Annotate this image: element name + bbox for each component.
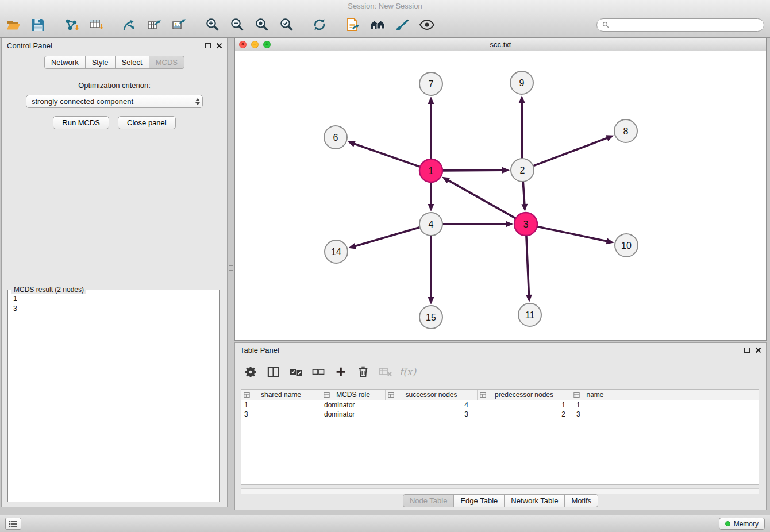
graph-edge-2-3[interactable] [523, 182, 524, 204]
save-session-button[interactable] [28, 15, 48, 34]
style-brush-button[interactable] [392, 15, 413, 34]
open-session-button[interactable] [3, 15, 24, 34]
vertical-splitter-grip[interactable] [229, 265, 233, 271]
graph-node-7[interactable]: 7 [419, 72, 442, 95]
cell-predecessor-nodes[interactable]: 2 [478, 410, 571, 418]
column-options-icon[interactable] [573, 392, 580, 398]
table-horizontal-scrollbar[interactable] [241, 488, 759, 494]
zoom-fit-button[interactable] [251, 15, 272, 34]
graph-node-1[interactable]: 1 [419, 159, 442, 182]
cell-shared-name[interactable]: 1 [241, 401, 321, 409]
close-panel-icon[interactable] [216, 43, 222, 49]
network-graph-canvas[interactable]: 7968124314101511 [235, 51, 766, 340]
select-all-button[interactable] [288, 364, 303, 380]
column-options-icon[interactable] [480, 392, 486, 398]
graph-edge-3-10[interactable] [537, 226, 607, 241]
cell-mcds-role[interactable]: dominator [321, 410, 386, 418]
table-settings-button[interactable] [244, 364, 258, 380]
graph-node-11[interactable]: 11 [518, 303, 541, 326]
graph-node-4[interactable]: 4 [419, 213, 442, 236]
cell-mcds-role[interactable]: dominator [321, 401, 386, 409]
graph-edge-1-2[interactable] [442, 170, 502, 171]
close-panel-button[interactable]: Close panel [118, 116, 176, 129]
table-header-row: shared name MCDS role successor nodes pr… [241, 390, 759, 400]
tab-mcds[interactable]: MCDS [149, 56, 184, 69]
graph-node-15[interactable]: 15 [419, 306, 442, 329]
apply-layout-button[interactable] [309, 15, 330, 34]
import-table-button[interactable] [86, 15, 106, 34]
minimize-window-icon[interactable] [251, 41, 259, 48]
tab-network-table[interactable]: Network Table [504, 494, 565, 507]
graph-edge-2-8[interactable] [533, 138, 607, 166]
zoom-in-button[interactable] [202, 15, 222, 34]
float-panel-icon[interactable] [744, 348, 750, 353]
close-panel-icon[interactable] [755, 347, 761, 353]
column-header-shared-name[interactable]: shared name [241, 390, 321, 400]
mcds-result-value: 1 [13, 294, 214, 304]
graph-node-14[interactable]: 14 [325, 240, 348, 263]
table-row[interactable]: 3 dominator 3 2 3 [241, 410, 759, 419]
close-window-icon[interactable] [239, 41, 247, 48]
graph-edge-arrowhead [502, 167, 510, 174]
tab-edge-table[interactable]: Edge Table [453, 494, 505, 507]
import-network-icon [64, 17, 79, 33]
show-hide-button[interactable] [417, 15, 437, 34]
cell-successor-nodes[interactable]: 4 [386, 401, 478, 409]
tab-network[interactable]: Network [44, 56, 86, 69]
network-window-titlebar[interactable]: scc.txt [235, 38, 766, 51]
tab-motifs[interactable]: Motifs [564, 494, 598, 507]
graph-node-10[interactable]: 10 [615, 234, 638, 257]
graph-edge-arrowhead [521, 204, 528, 211]
search-input[interactable] [613, 21, 759, 29]
graph-node-3[interactable]: 3 [514, 213, 537, 236]
cell-name[interactable]: 1 [571, 401, 619, 409]
float-panel-icon[interactable] [205, 43, 211, 48]
deselect-all-button[interactable] [311, 364, 325, 380]
search-box[interactable] [596, 18, 764, 32]
cell-predecessor-nodes[interactable]: 1 [478, 401, 571, 409]
tab-node-table[interactable]: Node Table [403, 494, 455, 507]
cell-name[interactable]: 3 [571, 410, 619, 418]
graph-node-8[interactable]: 8 [614, 119, 637, 142]
column-options-icon[interactable] [244, 392, 250, 398]
export-table-button[interactable] [144, 15, 164, 34]
function-builder-button[interactable]: f(x) [401, 364, 415, 380]
cell-shared-name[interactable]: 3 [241, 410, 321, 418]
mcds-result-value: 3 [13, 304, 214, 314]
graph-node-6[interactable]: 6 [324, 126, 347, 149]
create-column-button[interactable] [333, 364, 348, 380]
delete-column-button[interactable] [356, 364, 370, 380]
column-options-icon[interactable] [388, 392, 394, 398]
tab-select[interactable]: Select [115, 56, 149, 69]
criterion-dropdown[interactable]: strongly connected component [26, 95, 203, 108]
column-header-name[interactable]: name [571, 390, 619, 400]
graph-edge-3-1[interactable] [448, 180, 515, 218]
hierarchy-home-button[interactable] [367, 15, 388, 34]
run-mcds-button[interactable]: Run MCDS [53, 116, 109, 129]
column-header-successor-nodes[interactable]: successor nodes [386, 390, 478, 400]
cell-successor-nodes[interactable]: 3 [386, 410, 478, 418]
memory-button[interactable]: Memory [719, 518, 765, 530]
export-image-button[interactable] [168, 15, 189, 34]
zoom-selected-button[interactable] [276, 15, 297, 34]
graph-edge-4-14[interactable] [356, 228, 420, 246]
zoom-out-button[interactable] [226, 15, 247, 34]
tab-style[interactable]: Style [85, 56, 116, 69]
zoom-window-icon[interactable] [263, 41, 271, 48]
column-options-icon[interactable] [324, 392, 330, 398]
export-document-button[interactable] [342, 15, 363, 34]
horizontal-splitter-grip[interactable] [490, 338, 502, 341]
column-header-mcds-role[interactable]: MCDS role [321, 390, 386, 400]
graph-edge-3-11[interactable] [526, 236, 529, 295]
graph-node-9[interactable]: 9 [510, 71, 533, 94]
column-header-predecessor-nodes[interactable]: predecessor nodes [478, 390, 571, 400]
graph-edge-1-6[interactable] [355, 144, 420, 167]
table-row[interactable]: 1 dominator 4 1 1 [241, 400, 759, 410]
graph-node-2[interactable]: 2 [511, 159, 534, 182]
import-network-button[interactable] [61, 15, 82, 34]
export-network-button[interactable] [119, 15, 140, 34]
graph-edge-2-9[interactable] [522, 103, 522, 159]
column-visibility-button[interactable] [266, 364, 280, 380]
delete-table-button[interactable] [378, 364, 392, 380]
task-history-button[interactable] [5, 518, 21, 530]
